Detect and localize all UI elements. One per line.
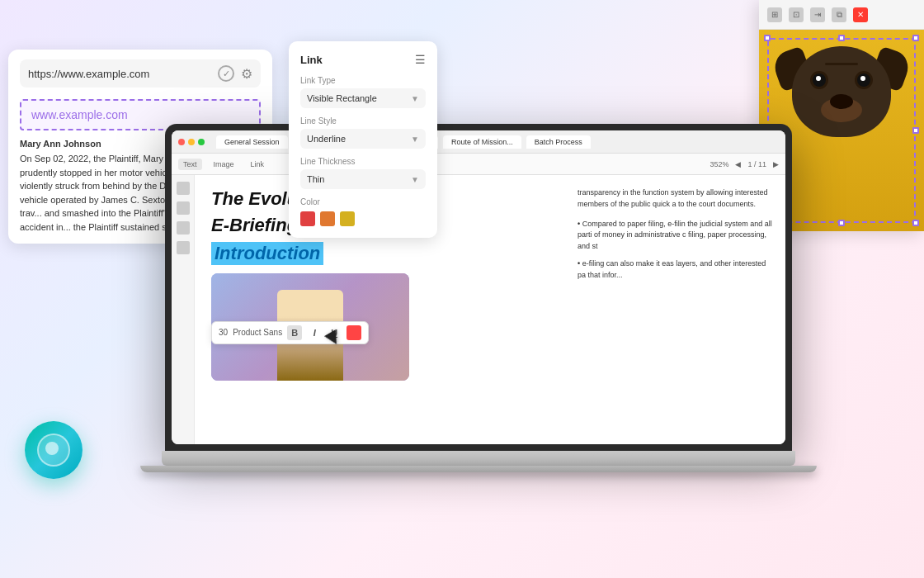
line-thickness-label: Line Thickness (300, 157, 426, 166)
font-size-input[interactable]: 30 (219, 328, 228, 337)
selection-handle-br[interactable] (912, 220, 919, 226)
toolbar-text-btn[interactable]: Text (178, 159, 202, 170)
screen-content: The Evolution to E-Briefing: An Introduc… (172, 175, 785, 444)
doc-highlight-text: Introduction (211, 242, 323, 265)
laptop-base (162, 451, 795, 466)
color-swatch-gold[interactable] (340, 211, 355, 226)
sidebar-tool-3[interactable] (177, 221, 190, 235)
text-format-bar: 30 Product Sans B I U (211, 321, 369, 344)
close-dot[interactable] (178, 139, 185, 145)
maximize-dot[interactable] (198, 139, 205, 145)
url-bar[interactable]: https://www.example.com ✓ ⚙ (20, 59, 261, 88)
font-family-select[interactable]: Product Sans (233, 328, 282, 337)
screen-sub-toolbar: Text Image Link 352% ◀ 1 / 11 ▶ (172, 154, 785, 175)
minimize-dot[interactable] (188, 139, 195, 145)
chevron-down-icon: ▼ (411, 175, 419, 184)
selection-handle-tl[interactable] (764, 35, 771, 41)
chevron-down-icon: ▼ (411, 135, 419, 144)
url-display: https://www.example.com (28, 68, 211, 80)
line-style-label: Line Style (300, 116, 426, 126)
selection-handle-bm[interactable] (838, 220, 845, 226)
doc-para-1: transparency in the function system by a… (578, 187, 776, 211)
export-icon[interactable]: ⇥ (810, 7, 825, 22)
sidebar-tool-4[interactable] (177, 241, 190, 254)
laptop-foot (140, 466, 817, 472)
selection-handle-mr[interactable] (912, 127, 919, 134)
url-settings-icon[interactable]: ⚙ (241, 66, 252, 82)
line-style-select[interactable]: Underline ▼ (300, 129, 426, 149)
url-check-icon: ✓ (218, 65, 234, 82)
selection-handle-tm[interactable] (838, 35, 845, 41)
delete-icon[interactable]: ✕ (853, 7, 868, 22)
link-type-label: Link Type (300, 76, 426, 85)
color-swatch-red[interactable] (300, 211, 315, 226)
link-panel-title: Link (300, 54, 323, 66)
laptop-screen-outer: General Session Tabbing without Legal eF… (165, 124, 792, 451)
laptop-screen: General Session Tabbing without Legal eF… (172, 130, 785, 444)
color-label: Color (300, 197, 426, 206)
chevron-down-icon: ▼ (411, 94, 419, 103)
bold-button[interactable]: B (287, 325, 302, 340)
url-selected-text: www.example.com (31, 108, 128, 121)
window-controls (178, 139, 205, 145)
link-type-select[interactable]: Visible Rectangle ▼ (300, 88, 426, 108)
color-swatch-orange[interactable] (320, 211, 335, 226)
doc-bullet-1: Compared to paper filing, e-filin the ju… (578, 219, 776, 253)
link-panel: Link ☰ Link Type Visible Rectangle ▼ Lin… (289, 41, 437, 238)
page-nav-next[interactable]: ▶ (773, 160, 779, 168)
tab-route[interactable]: Route of Mission... (443, 135, 521, 149)
tab-batch[interactable]: Batch Process (526, 135, 591, 149)
screen-sidebar (172, 175, 195, 444)
link-settings-icon[interactable]: ☰ (415, 53, 426, 66)
text-color-button[interactable] (346, 325, 361, 340)
orb-inner (37, 434, 70, 467)
layers-icon[interactable]: ⧉ (832, 7, 846, 22)
link-panel-header: Link ☰ (300, 53, 426, 66)
tab-general-session[interactable]: General Session (216, 135, 288, 149)
resize-icon[interactable]: ⊡ (789, 7, 804, 22)
page-nav-prev[interactable]: ◀ (735, 160, 741, 168)
selection-handle-tr[interactable] (912, 35, 919, 41)
toolbar-link-btn[interactable]: Link (246, 159, 270, 170)
doc-content: The Evolution to E-Briefing: An Introduc… (195, 175, 785, 394)
page-current: 1 / 11 (747, 160, 766, 168)
doc-bullet-2: e-filing can also make it eas layers, an… (578, 258, 776, 281)
color-swatches (300, 211, 426, 226)
app-icon-orb[interactable] (25, 421, 82, 479)
italic-button[interactable]: I (307, 325, 322, 340)
toolbar-image-btn[interactable]: Image (209, 159, 239, 170)
zoom-level: 352% (710, 160, 728, 168)
screen-toolbar: General Session Tabbing without Legal eF… (172, 130, 785, 154)
doc-text-right: transparency in the function system by a… (578, 187, 776, 287)
sidebar-tool-1[interactable] (177, 182, 190, 195)
laptop: General Session Tabbing without Legal eF… (165, 124, 792, 472)
image-editor-toolbar: ⊞ ⊡ ⇥ ⧉ ✕ (759, 0, 924, 30)
sidebar-tool-2[interactable] (177, 201, 190, 215)
document-canvas: The Evolution to E-Briefing: An Introduc… (195, 175, 785, 444)
line-thickness-select[interactable]: Thin ▼ (300, 169, 426, 189)
crop-icon[interactable]: ⊞ (767, 7, 782, 22)
